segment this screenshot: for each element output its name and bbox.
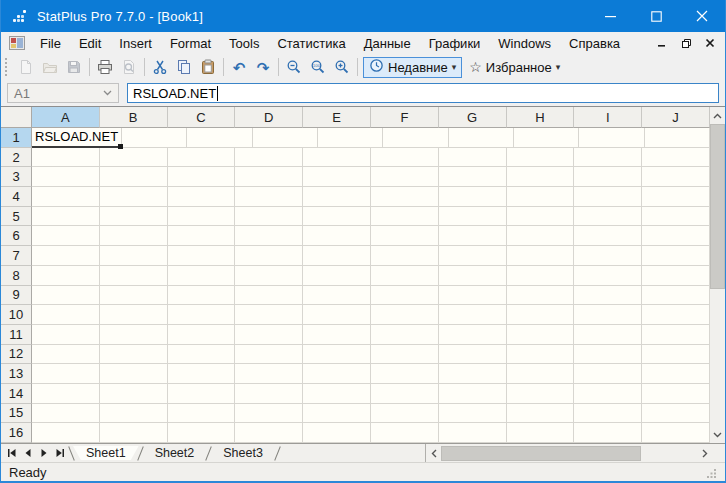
cell-I8[interactable] (574, 266, 642, 286)
zoom-100-button[interactable]: 100 (306, 56, 330, 78)
close-button[interactable] (679, 0, 725, 32)
copy-button[interactable] (172, 56, 196, 78)
row-header-3[interactable]: 3 (1, 167, 32, 187)
cell-J1[interactable] (645, 128, 710, 148)
cell-F3[interactable] (371, 167, 439, 187)
zoom-in-button[interactable] (330, 56, 354, 78)
row-header-10[interactable]: 10 (1, 305, 32, 325)
menu-item-статистика[interactable]: Статистика (268, 32, 354, 54)
cell-C15[interactable] (168, 404, 236, 424)
cell-A12[interactable] (32, 345, 100, 365)
menu-item-file[interactable]: File (31, 32, 70, 54)
cell-F16[interactable] (371, 423, 439, 443)
cell-G13[interactable] (439, 364, 507, 384)
column-header-C[interactable]: C (168, 107, 236, 128)
cell-E11[interactable] (303, 325, 371, 345)
cell-H10[interactable] (507, 305, 575, 325)
cell-E14[interactable] (303, 384, 371, 404)
cell-J10[interactable] (642, 305, 710, 325)
cell-D3[interactable] (235, 167, 303, 187)
cell-F13[interactable] (371, 364, 439, 384)
cell-I13[interactable] (574, 364, 642, 384)
cell-B5[interactable] (100, 207, 168, 227)
cell-A9[interactable] (32, 286, 100, 306)
cell-B9[interactable] (100, 286, 168, 306)
column-header-F[interactable]: F (371, 107, 439, 128)
cell-H4[interactable] (507, 187, 575, 207)
cell-J9[interactable] (642, 286, 710, 306)
formula-input[interactable]: RSLOAD.NET (127, 83, 719, 103)
mdi-restore-button[interactable] (679, 36, 693, 50)
cell-C11[interactable] (168, 325, 236, 345)
cell-B6[interactable] (100, 226, 168, 246)
scroll-left-button[interactable] (426, 445, 441, 462)
vertical-scrollbar-track[interactable] (710, 289, 725, 426)
cell-D16[interactable] (235, 423, 303, 443)
cell-B15[interactable] (100, 404, 168, 424)
row-header-5[interactable]: 5 (1, 207, 32, 227)
cell-G5[interactable] (439, 207, 507, 227)
cell-J5[interactable] (642, 207, 710, 227)
row-header-8[interactable]: 8 (1, 266, 32, 286)
menu-item-windows[interactable]: Windows (489, 32, 560, 54)
cell-G4[interactable] (439, 187, 507, 207)
cell-I6[interactable] (574, 226, 642, 246)
cell-F1[interactable] (383, 128, 448, 148)
cell-A3[interactable] (32, 167, 100, 187)
cell-H7[interactable] (507, 246, 575, 266)
scroll-up-button[interactable] (710, 107, 725, 124)
maximize-button[interactable] (633, 0, 679, 32)
zoom-out-button[interactable] (282, 56, 306, 78)
cell-H3[interactable] (507, 167, 575, 187)
row-header-16[interactable]: 16 (1, 423, 32, 443)
cell-J14[interactable] (642, 384, 710, 404)
cell-A7[interactable] (32, 246, 100, 266)
cell-C3[interactable] (168, 167, 236, 187)
column-header-J[interactable]: J (642, 107, 710, 128)
cell-D11[interactable] (235, 325, 303, 345)
column-header-A[interactable]: A (32, 107, 100, 128)
cell-A1[interactable]: RSLOAD.NET (32, 128, 122, 148)
cell-J3[interactable] (642, 167, 710, 187)
cell-F15[interactable] (371, 404, 439, 424)
cell-E10[interactable] (303, 305, 371, 325)
scroll-down-button[interactable] (710, 426, 725, 443)
cell-C4[interactable] (168, 187, 236, 207)
menu-item-format[interactable]: Format (161, 32, 220, 54)
cell-A14[interactable] (32, 384, 100, 404)
row-header-15[interactable]: 15 (1, 404, 32, 424)
cell-J16[interactable] (642, 423, 710, 443)
cell-H8[interactable] (507, 266, 575, 286)
cell-E1[interactable] (318, 128, 383, 148)
row-header-1[interactable]: 1 (1, 128, 32, 148)
cell-G8[interactable] (439, 266, 507, 286)
vertical-scrollbar[interactable] (710, 107, 725, 443)
cell-E16[interactable] (303, 423, 371, 443)
cell-B2[interactable] (100, 148, 168, 168)
resize-grip-handle[interactable] (706, 467, 717, 478)
cell-E9[interactable] (303, 286, 371, 306)
cell-J7[interactable] (642, 246, 710, 266)
cell-C7[interactable] (168, 246, 236, 266)
menu-item-insert[interactable]: Insert (110, 32, 161, 54)
cell-F7[interactable] (371, 246, 439, 266)
cell-B13[interactable] (100, 364, 168, 384)
horizontal-scrollbar-thumb[interactable] (441, 446, 641, 461)
cell-C1[interactable] (187, 128, 252, 148)
row-header-12[interactable]: 12 (1, 345, 32, 365)
menu-item-данные[interactable]: Данные (355, 32, 420, 54)
cell-G6[interactable] (439, 226, 507, 246)
cell-H14[interactable] (507, 384, 575, 404)
cell-B10[interactable] (100, 305, 168, 325)
cell-B4[interactable] (100, 187, 168, 207)
cell-G7[interactable] (439, 246, 507, 266)
cell-D2[interactable] (235, 148, 303, 168)
cell-E7[interactable] (303, 246, 371, 266)
column-header-B[interactable]: B (100, 107, 168, 128)
cell-J15[interactable] (642, 404, 710, 424)
cell-D14[interactable] (235, 384, 303, 404)
cell-E13[interactable] (303, 364, 371, 384)
cell-I12[interactable] (574, 345, 642, 365)
cell-E8[interactable] (303, 266, 371, 286)
vertical-scrollbar-thumb[interactable] (710, 124, 725, 289)
